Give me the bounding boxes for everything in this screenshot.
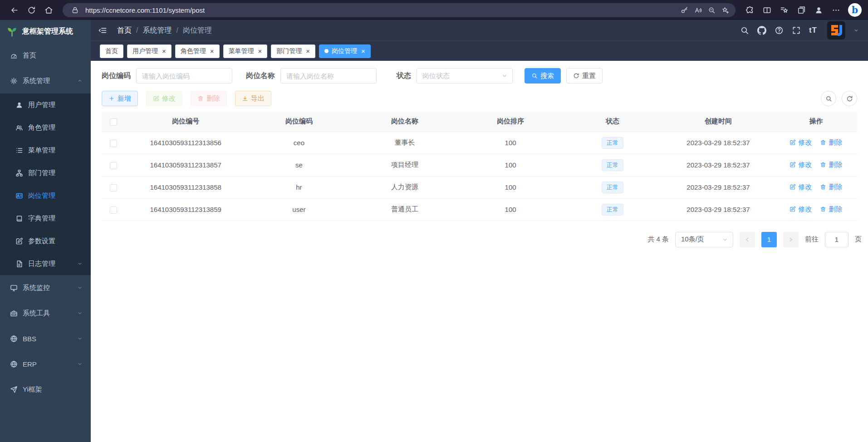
row-delete-link[interactable]: 删除 (820, 138, 842, 147)
sidebar-item-system-monitor[interactable]: 系统监控 (0, 275, 91, 300)
tab-dept-management[interactable]: 部门管理× (271, 44, 315, 58)
header-search-icon[interactable] (740, 26, 749, 35)
add-favorite-star-icon[interactable] (718, 4, 732, 16)
row-select-cell (102, 176, 125, 198)
row-checkbox[interactable] (110, 206, 117, 214)
row-delete-link-label: 删除 (829, 183, 842, 192)
delete-button[interactable]: 删除 (191, 91, 227, 106)
help-question-icon[interactable] (775, 26, 784, 35)
font-size-icon[interactable]: tT (809, 26, 817, 35)
back-icon[interactable] (6, 2, 22, 18)
post-code-input[interactable] (136, 68, 232, 83)
table-header: 岗位编号岗位编码岗位名称岗位排序状态创建时间操作 (102, 112, 857, 132)
browser-menu-ellipsis-icon[interactable] (828, 2, 843, 18)
next-page-button[interactable] (783, 232, 799, 247)
app-frame: 意框架管理系统 首页系统管理用户管理角色管理菜单管理部门管理岗位管理字典管理参数… (0, 20, 868, 442)
sidebar-item-user-management[interactable]: 用户管理 (0, 93, 91, 116)
row-delete-link[interactable]: 删除 (820, 161, 842, 169)
extensions-puzzle-icon[interactable] (742, 2, 757, 18)
row-edit-link[interactable]: 修改 (790, 205, 812, 214)
book-icon (15, 215, 23, 222)
sidebar-item-role-management[interactable]: 角色管理 (0, 116, 91, 139)
row-delete-link[interactable]: 删除 (820, 183, 842, 192)
sidebar-item-log-management[interactable]: 日志管理 (0, 252, 91, 275)
user-avatar[interactable] (827, 21, 845, 39)
row-edit-link[interactable]: 修改 (790, 138, 812, 147)
select-all-column (102, 112, 125, 132)
select-all-checkbox[interactable] (110, 118, 117, 126)
toggle-search-icon[interactable] (821, 91, 836, 106)
github-icon[interactable] (757, 26, 766, 35)
prev-page-button[interactable] (740, 232, 755, 247)
sidebar-item-home[interactable]: 首页 (0, 43, 91, 68)
fullscreen-icon[interactable] (792, 26, 801, 35)
page-size-select[interactable]: 10条/页 (675, 232, 733, 247)
status-select[interactable]: 岗位状态 (417, 68, 513, 83)
row-delete-link[interactable]: 删除 (820, 205, 842, 214)
sidebar-item-dept-management[interactable]: 部门管理 (0, 162, 91, 184)
edit-button[interactable]: 修改 (146, 91, 182, 106)
sidebar-item-label: 岗位管理 (28, 192, 55, 200)
status-badge: 正常 (602, 137, 623, 149)
sidebar-collapse-icon[interactable] (98, 26, 107, 35)
goto-page-input[interactable] (825, 232, 848, 247)
refresh-table-icon[interactable] (842, 91, 857, 106)
tab-post-management[interactable]: 岗位管理× (319, 44, 371, 58)
row-edit-link[interactable]: 修改 (790, 183, 812, 192)
add-button[interactable]: 新增 (102, 91, 138, 106)
row-checkbox[interactable] (110, 140, 117, 147)
user-menu-caret-icon[interactable] (853, 28, 859, 33)
tab-close-icon[interactable]: × (210, 48, 214, 54)
tab-home[interactable]: 首页 (100, 44, 123, 58)
refresh-icon[interactable] (24, 2, 39, 18)
bing-icon[interactable]: b (848, 3, 862, 17)
tab-close-icon[interactable]: × (361, 48, 365, 54)
sidebar-item-yi-framework[interactable]: Yi框架 (0, 377, 91, 402)
saved-password-key-icon[interactable] (677, 4, 691, 16)
send-icon (10, 386, 18, 393)
post-name-cell: 人力资源 (352, 176, 457, 198)
topbar: 首页/系统管理/岗位管理 tT (91, 20, 868, 41)
reset-button[interactable]: 重置 (566, 68, 603, 83)
sidebar-item-dict-management[interactable]: 字典管理 (0, 207, 91, 230)
favorites-icon[interactable] (776, 2, 792, 18)
tab-menu-management[interactable]: 菜单管理× (223, 44, 268, 58)
sidebar-item-post-management[interactable]: 岗位管理 (0, 184, 91, 207)
app-logo[interactable]: 意框架管理系统 (0, 20, 91, 43)
address-bar[interactable]: https://ccnetcore.com:1101/system/post (63, 3, 736, 17)
row-edit-link[interactable]: 修改 (790, 161, 812, 169)
sidebar-item-erp[interactable]: ERP (0, 351, 91, 377)
tab-close-icon[interactable]: × (162, 48, 166, 54)
row-edit-link-label: 修改 (798, 205, 812, 214)
sidebar-item-system-tools[interactable]: 系统工具 (0, 300, 91, 326)
site-info-lock-icon[interactable] (68, 4, 82, 16)
export-button[interactable]: 导出 (235, 91, 271, 106)
zoom-icon[interactable] (705, 4, 718, 16)
sidebar-item-label: 参数设置 (28, 237, 55, 246)
post-name-label: 岗位名称 (246, 71, 275, 81)
breadcrumb-item[interactable]: 首页 (117, 26, 132, 35)
row-checkbox[interactable] (110, 162, 117, 169)
tab-close-icon[interactable]: × (306, 48, 310, 54)
sidebar-item-param-settings[interactable]: 参数设置 (0, 230, 91, 252)
search-button[interactable]: 搜索 (525, 68, 561, 83)
url-text[interactable]: https://ccnetcore.com:1101/system/post (85, 6, 677, 14)
sidebar-item-system-management[interactable]: 系统管理 (0, 68, 91, 93)
split-screen-icon[interactable] (759, 2, 775, 18)
browser-profile-icon[interactable] (811, 2, 826, 18)
home-icon[interactable] (41, 2, 56, 18)
table-row: 1641030593112313856ceo董事长100正常2023-03-29… (102, 132, 857, 154)
collections-icon[interactable] (794, 2, 809, 18)
tab-user-management[interactable]: 用户管理× (127, 44, 172, 58)
sidebar-item-label: BBS (23, 335, 36, 343)
post-name-input[interactable] (280, 68, 377, 83)
tab-role-management[interactable]: 角色管理× (175, 44, 220, 58)
post-name-cell: 普通员工 (352, 198, 457, 221)
read-aloud-icon[interactable] (691, 4, 705, 16)
tab-close-icon[interactable]: × (258, 48, 262, 54)
sidebar-item-bbs[interactable]: BBS (0, 326, 91, 351)
page-number-button[interactable]: 1 (761, 232, 777, 247)
topbar-actions: tT (740, 21, 859, 39)
sidebar-item-menu-management[interactable]: 菜单管理 (0, 139, 91, 162)
row-checkbox[interactable] (110, 184, 117, 192)
